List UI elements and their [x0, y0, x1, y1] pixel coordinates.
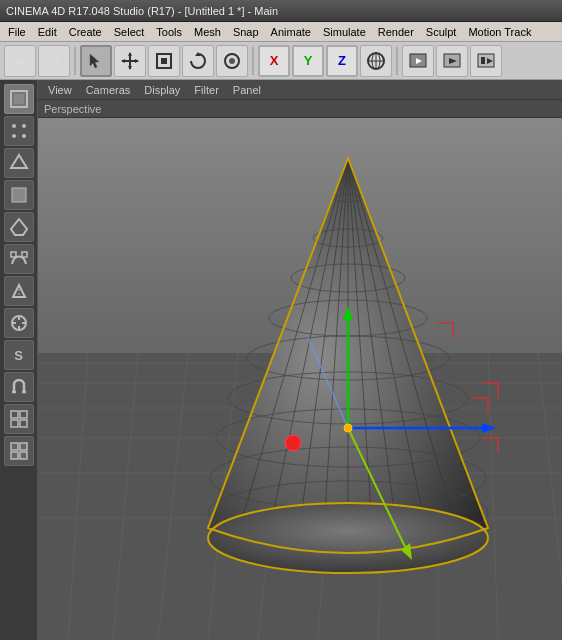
- nurbs-icon: [9, 249, 29, 269]
- render-settings-button[interactable]: [470, 45, 502, 77]
- render-region-icon: [408, 51, 428, 71]
- menu-sculpt[interactable]: Sculpt: [420, 22, 463, 41]
- redo-button[interactable]: ↪: [38, 45, 70, 77]
- grid2-button[interactable]: [4, 436, 34, 466]
- toolbar-separator-1: [74, 47, 76, 75]
- menu-edit[interactable]: Edit: [32, 22, 63, 41]
- svg-rect-43: [20, 411, 27, 418]
- viewport-menubar: View Cameras Display Filter Panel: [38, 80, 562, 100]
- select-cursor-button[interactable]: [80, 45, 112, 77]
- snap1-button[interactable]: [4, 308, 34, 338]
- svg-rect-24: [14, 94, 24, 104]
- viewport-canvas[interactable]: [38, 118, 562, 640]
- rotate-icon: [188, 51, 208, 71]
- menu-file[interactable]: File: [2, 22, 32, 41]
- main-content: S V: [0, 80, 562, 640]
- svg-marker-6: [135, 59, 139, 63]
- menu-render[interactable]: Render: [372, 22, 420, 41]
- viewport-area: View Cameras Display Filter Panel Perspe…: [38, 80, 562, 640]
- svg-point-86: [208, 503, 488, 573]
- menu-snap[interactable]: Snap: [227, 22, 265, 41]
- menu-simulate[interactable]: Simulate: [317, 22, 372, 41]
- menu-bar: File Edit Create Select Tools Mesh Snap …: [0, 22, 562, 42]
- svg-rect-42: [11, 411, 18, 418]
- svg-rect-8: [161, 58, 167, 64]
- menu-tools[interactable]: Tools: [150, 22, 188, 41]
- rotate-button[interactable]: [182, 45, 214, 77]
- nurbs-button[interactable]: [4, 244, 34, 274]
- vp-menu-display[interactable]: Display: [138, 84, 186, 96]
- svg-rect-47: [20, 443, 27, 450]
- z-axis-button[interactable]: Z: [326, 45, 358, 77]
- svg-rect-32: [11, 252, 16, 257]
- snap2-button[interactable]: S: [4, 340, 34, 370]
- undo-button[interactable]: ↩: [4, 45, 36, 77]
- cursor-icon: [87, 52, 105, 70]
- camera-icon: [222, 51, 242, 71]
- render-view-button[interactable]: [436, 45, 468, 77]
- svg-rect-46: [11, 443, 18, 450]
- svg-marker-5: [121, 59, 125, 63]
- title-text: CINEMA 4D R17.048 Studio (R17) - [Untitl…: [6, 5, 278, 17]
- menu-create[interactable]: Create: [63, 22, 108, 41]
- menu-animate[interactable]: Animate: [265, 22, 317, 41]
- model-icon: [9, 217, 29, 237]
- polygons-mode-button[interactable]: [4, 180, 34, 210]
- model-button[interactable]: [4, 212, 34, 242]
- scale-icon: [154, 51, 174, 71]
- grid1-button[interactable]: [4, 404, 34, 434]
- svg-rect-44: [11, 420, 18, 427]
- svg-rect-45: [20, 420, 27, 427]
- svg-rect-49: [20, 452, 27, 459]
- edges-mode-icon: [9, 153, 29, 173]
- menu-motiontrack[interactable]: Motion Track: [462, 22, 537, 41]
- move-button[interactable]: [114, 45, 146, 77]
- svg-line-65: [538, 353, 562, 640]
- cone-object[interactable]: [178, 148, 518, 608]
- svg-point-11: [229, 58, 235, 64]
- render-settings-icon: [476, 51, 496, 71]
- svg-marker-29: [11, 155, 27, 168]
- render-region-button[interactable]: [402, 45, 434, 77]
- vp-menu-filter[interactable]: Filter: [188, 84, 224, 96]
- svg-rect-33: [22, 252, 27, 257]
- svg-marker-3: [128, 52, 132, 56]
- menu-select[interactable]: Select: [108, 22, 151, 41]
- svg-point-28: [22, 134, 26, 138]
- points-mode-icon: [9, 121, 29, 141]
- svg-marker-0: [90, 54, 99, 68]
- x-axis-button[interactable]: X: [258, 45, 290, 77]
- points-mode-button[interactable]: [4, 116, 34, 146]
- camera-button[interactable]: [216, 45, 248, 77]
- svg-point-25: [12, 124, 16, 128]
- svg-point-27: [12, 134, 16, 138]
- toolbar-separator-3: [396, 47, 398, 75]
- vp-menu-panel[interactable]: Panel: [227, 84, 267, 96]
- deform-icon: [9, 281, 29, 301]
- y-axis-button[interactable]: Y: [292, 45, 324, 77]
- edges-mode-button[interactable]: [4, 148, 34, 178]
- vp-menu-view[interactable]: View: [42, 84, 78, 96]
- polygons-mode-icon: [9, 185, 29, 205]
- deform-button[interactable]: [4, 276, 34, 306]
- grid2-icon: [9, 441, 29, 461]
- grid1-icon: [9, 409, 29, 429]
- title-bar: CINEMA 4D R17.048 Studio (R17) - [Untitl…: [0, 0, 562, 22]
- svg-point-26: [22, 124, 26, 128]
- svg-rect-30: [12, 188, 26, 202]
- toolbar-separator-2: [252, 47, 254, 75]
- magnet-icon: [9, 377, 29, 397]
- svg-marker-4: [128, 66, 132, 70]
- svg-line-57: [113, 353, 138, 640]
- render-view-icon: [442, 51, 462, 71]
- left-sidebar: S: [0, 80, 38, 640]
- world-button[interactable]: [360, 45, 392, 77]
- object-mode-button[interactable]: [4, 84, 34, 114]
- scale-button[interactable]: [148, 45, 180, 77]
- menu-mesh[interactable]: Mesh: [188, 22, 227, 41]
- move-icon: [120, 51, 140, 71]
- vp-menu-cameras[interactable]: Cameras: [80, 84, 137, 96]
- magnet-button[interactable]: [4, 372, 34, 402]
- toolbar: ↩ ↪ X Y Z: [0, 42, 562, 80]
- svg-rect-21: [481, 57, 485, 64]
